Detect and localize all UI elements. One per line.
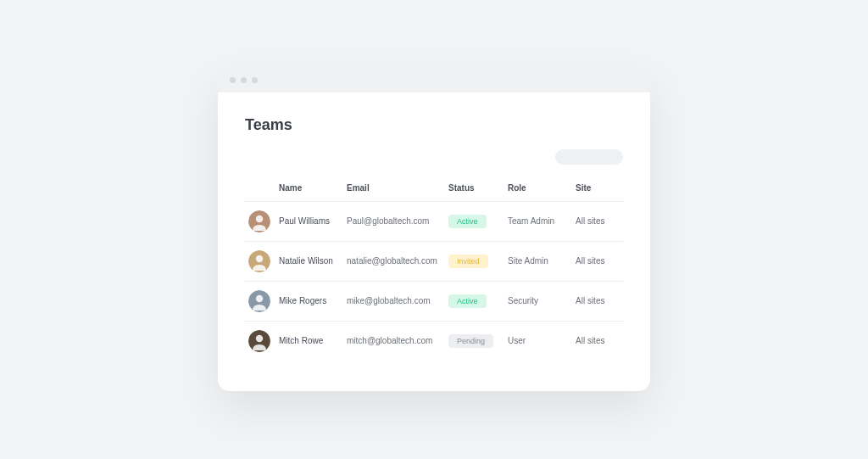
column-header-email: Email [343,176,445,202]
cell-name: Paul Williams [275,201,343,241]
toolbar [245,149,623,165]
cell-status: Active [445,201,504,241]
cell-name: Natalie Wilson [275,241,343,281]
cell-email: mitch@globaltech.com [343,321,445,361]
cell-name: Mike Rogers [275,281,343,321]
cell-avatar [245,281,275,321]
avatar [248,330,270,352]
table-header-row: Name Email Status Role Site [245,176,623,202]
cell-avatar [245,201,275,241]
cell-role: User [504,321,572,361]
action-button-placeholder[interactable] [555,149,623,165]
cell-email: mike@globaltech.com [343,281,445,321]
svg-point-3 [256,255,263,261]
table-row[interactable]: Mike Rogersmike@globaltech.comActiveSecu… [245,281,623,321]
status-badge: Active [448,294,487,308]
avatar [248,210,270,232]
column-header-role: Role [504,176,572,202]
cell-email: Paul@globaltech.com [343,201,445,241]
window-control-minimize[interactable] [241,77,247,83]
cell-site: All sites [572,201,623,241]
table-row[interactable]: Paul WilliamsPaul@globaltech.comActiveTe… [245,201,623,241]
status-badge: Pending [448,334,493,348]
cell-avatar [245,321,275,361]
cell-email: natalie@globaltech.com [343,241,445,281]
column-header-name: Name [275,176,343,202]
cell-status: Invited [445,241,504,281]
app-window: Teams Name Email Status Role Site Paul W… [218,69,650,391]
cell-status: Pending [445,321,504,361]
svg-point-1 [256,215,263,221]
window-control-maximize[interactable] [252,77,258,83]
cell-avatar [245,241,275,281]
cell-site: All sites [572,281,623,321]
window-titlebar [218,69,650,92]
status-badge: Active [448,215,487,228]
page-content: Teams Name Email Status Role Site Paul W… [218,92,650,391]
cell-role: Site Admin [504,241,572,281]
column-header-avatar [245,176,275,202]
avatar [248,250,270,272]
svg-point-7 [256,334,263,341]
cell-site: All sites [572,321,623,361]
column-header-status: Status [445,176,504,202]
teams-table: Name Email Status Role Site Paul William… [245,176,623,361]
page-title: Teams [245,116,623,134]
cell-role: Team Admin [504,201,572,241]
avatar [248,290,270,312]
status-badge: Invited [448,255,488,268]
svg-point-5 [256,294,263,301]
window-control-close[interactable] [230,77,236,83]
column-header-site: Site [572,176,623,202]
cell-site: All sites [572,241,623,281]
cell-name: Mitch Rowe [275,321,343,361]
table-row[interactable]: Mitch Rowemitch@globaltech.comPendingUse… [245,321,623,361]
cell-status: Active [445,281,504,321]
table-row[interactable]: Natalie Wilsonnatalie@globaltech.comInvi… [245,241,623,281]
cell-role: Security [504,281,572,321]
